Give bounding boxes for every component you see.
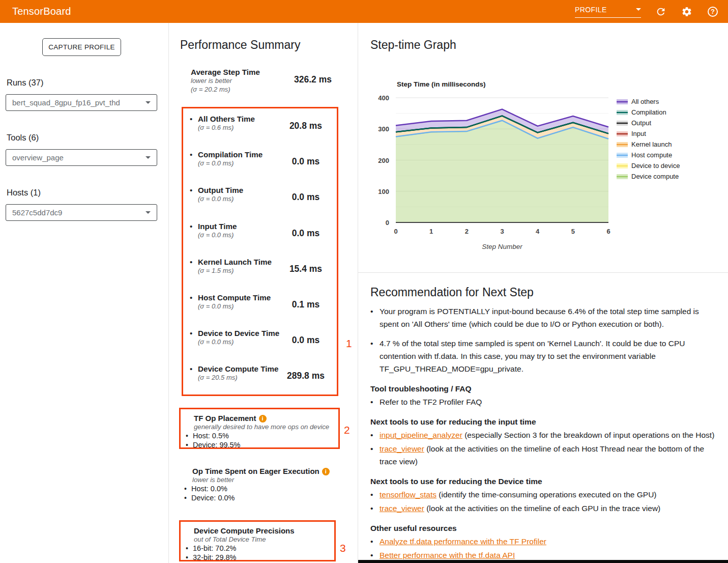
chevron-down-icon (636, 8, 641, 11)
tools-label: Tools (6) (7, 133, 39, 143)
svg-text:All others: All others (631, 98, 659, 105)
hosts-select-value: 5627c5dd7dc9 (12, 208, 62, 217)
sidebar: CAPTURE PROFILE Runs (37) bert_squad_8gp… (0, 23, 168, 563)
svg-text:Step Time (in milliseconds): Step Time (in milliseconds) (397, 80, 486, 88)
step-time-breakdown-annotation-box: •All Others Time(σ = 0.6 ms)20.8 ms•Comp… (182, 107, 338, 396)
legend-item: Compilation (617, 108, 666, 116)
eager-execution-block: Op Time Spent on Eager Executioni lower … (179, 467, 340, 502)
section-item-text: trace_viewer (look at the activities on … (380, 442, 717, 468)
section-heading: Next tools to use for reducing the Devic… (370, 477, 717, 486)
settings-gear-icon[interactable] (681, 6, 693, 18)
svg-text:200: 200 (378, 157, 389, 164)
perf-item-sigma: (σ = 0.0 ms) (198, 302, 271, 311)
capture-profile-button[interactable]: CAPTURE PROFILE (42, 38, 121, 56)
step-time-graph-title: Step-time Graph (370, 38, 456, 52)
performance-summary-panel: Performance Summary Average Step Time lo… (168, 23, 358, 563)
tool-link[interactable]: tensorflow_stats (380, 490, 436, 499)
perf-item-label: Device to Device Time (198, 329, 279, 337)
average-step-time-row: Average Step Time lower is better (σ = 2… (191, 68, 338, 94)
section-heading: Next tools to use for reducing the input… (370, 417, 717, 427)
tools-select[interactable]: overview_page (6, 149, 157, 166)
eager-execution-sub: lower is better (192, 476, 340, 484)
bullet-icon: • (190, 115, 198, 144)
step-time-chart[interactable]: 01002003004000123456Step Time (in millis… (373, 76, 724, 255)
chevron-down-icon (145, 156, 151, 159)
perf-item-value: 0.1 ms (276, 299, 336, 310)
tool-link[interactable]: input_pipeline_analyzer (380, 431, 462, 439)
svg-text:Input: Input (631, 130, 646, 137)
info-icon[interactable]: i (322, 468, 330, 475)
perf-item-label: Device Compute Time (198, 364, 278, 373)
eager-execution-device: •Device: 0.0% (184, 494, 340, 502)
perf-item-label: Compilation Time (198, 150, 263, 159)
tf-op-placement-device: •Device: 99.5% (186, 441, 338, 449)
help-icon[interactable]: ? (707, 6, 719, 18)
tool-link[interactable]: trace_viewer (380, 444, 424, 453)
perf-item-value: 0.0 ms (276, 192, 336, 203)
bullet-icon: • (190, 364, 198, 394)
svg-text:6: 6 (606, 228, 610, 235)
perf-item-sigma: (σ = 0.0 ms) (198, 159, 263, 167)
perf-item-value: 20.8 ms (276, 121, 336, 131)
runs-select[interactable]: bert_squad_8gpu_fp16_pvt_thd (6, 94, 157, 111)
eager-execution-host: •Host: 0.0% (184, 485, 340, 493)
tf-op-placement-title: TF Op Placementi (194, 414, 338, 423)
perf-summary-item: •All Others Time(σ = 0.6 ms)20.8 ms (183, 108, 337, 144)
svg-text:2: 2 (465, 228, 469, 235)
bullet-icon: • (190, 222, 198, 251)
recommendation-title: Recommendation for Next Step (370, 286, 534, 299)
hosts-label: Hosts (1) (7, 188, 41, 198)
section-item-text: Refer to the TF2 Profiler FAQ (380, 396, 482, 408)
dashboard-selector-dropdown[interactable]: PROFILE (575, 6, 641, 18)
svg-text:4: 4 (536, 228, 540, 235)
eager-execution-title: Op Time Spent on Eager Executioni (192, 467, 340, 475)
recommendation-body: •Your program is POTENTIALLY input-bound… (370, 305, 717, 562)
hosts-select[interactable]: 5627c5dd7dc9 (6, 204, 157, 221)
perf-item-value: 0.0 ms (276, 228, 336, 239)
recommendation-bullet: •trace_viewer (look at the activities on… (370, 442, 717, 468)
tools-select-value: overview_page (12, 153, 64, 162)
perf-item-sigma: (σ = 1.5 ms) (198, 266, 272, 275)
perf-item-sigma: (σ = 0.0 ms) (198, 194, 243, 203)
section-item-text: trace_viewer (look at the activities on … (380, 502, 660, 515)
svg-text:0: 0 (394, 228, 397, 235)
perf-item-value: 15.4 ms (276, 264, 336, 274)
perf-item-sigma: (σ = 0.0 ms) (198, 337, 279, 346)
perf-item-value: 0.0 ms (276, 335, 336, 346)
recommendation-bullet: •trace_viewer (look at the activities on… (370, 502, 717, 515)
svg-text:Kernel launch: Kernel launch (631, 140, 672, 148)
section-item-text: tensorflow_stats (identify the time-cons… (380, 488, 657, 501)
tool-link[interactable]: Analyze tf.data performance with the TF … (380, 537, 546, 546)
perf-summary-item: •Input Time(σ = 0.0 ms)0.0 ms (183, 216, 337, 251)
bullet-icon: • (190, 329, 198, 358)
perf-item-value: 0.0 ms (276, 156, 336, 167)
runs-label: Runs (37) (7, 78, 43, 88)
recommendation-text: Your program is POTENTIALLY input-bound … (380, 305, 717, 330)
annotation-1: 1 (346, 337, 352, 350)
tf-op-placement-annotation-box: TF Op Placementi generally desired to ha… (179, 408, 340, 449)
tool-link[interactable]: trace_viewer (380, 504, 424, 513)
info-icon[interactable]: i (259, 415, 267, 423)
legend-item: Input (617, 130, 646, 137)
tool-link[interactable]: Better performance with the tf.data API (380, 551, 515, 559)
refresh-icon[interactable] (655, 6, 667, 18)
svg-text:100: 100 (378, 188, 389, 195)
annotation-2: 2 (344, 424, 350, 436)
perf-summary-item: •Compilation Time(σ = 0.0 ms)0.0 ms (183, 144, 337, 180)
bullet-icon: • (370, 396, 380, 408)
svg-text:5: 5 (571, 228, 575, 235)
recommendation-text: 4.7 % of the total step time sampled is … (380, 337, 717, 375)
section-heading: Tool troubleshooting / FAQ (370, 384, 717, 393)
step-time-chart-svg[interactable]: 01002003004000123456Step Time (in millis… (373, 76, 724, 255)
device-compute-precisions-sub: out of Total Device Time (194, 536, 334, 543)
legend-item: Kernel launch (617, 140, 672, 148)
perf-item-sigma: (σ = 0.6 ms) (198, 123, 255, 132)
legend-item: Output (617, 119, 651, 127)
precision-32bit: •32-bit: 29.8% (186, 553, 334, 561)
bullet-icon: • (190, 186, 198, 215)
app-header: TensorBoard PROFILE ? (0, 0, 728, 23)
perf-item-label: Kernel Launch Time (198, 258, 272, 266)
perf-summary-item: •Device to Device Time(σ = 0.0 ms)0.0 ms (183, 323, 337, 358)
perf-summary-item: •Kernel Launch Time(σ = 1.5 ms)15.4 ms (183, 251, 337, 287)
recommendation-bullet: •Your program is POTENTIALLY input-bound… (370, 305, 717, 330)
